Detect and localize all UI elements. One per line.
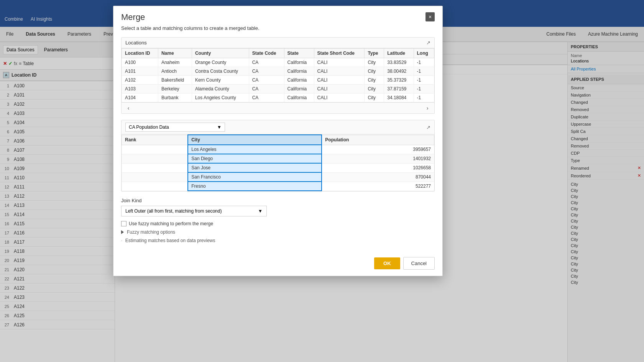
td-state: California [284, 76, 314, 85]
td-name: Bakersfield [158, 76, 192, 85]
second-table-scroll[interactable]: Rank City Population Los Angeles 3959657… [122, 134, 434, 191]
td-short-code: CALI [314, 76, 365, 85]
fuzzy-checkbox-row: Use fuzzy matching to perform the merge [121, 221, 435, 226]
table-row: San Diego 1401932 [122, 154, 434, 163]
second-table-header-row: Rank City Population [122, 135, 434, 145]
td-county: Alameda County [192, 85, 249, 93]
fuzzy-options-row[interactable]: Fuzzy matching options [121, 229, 435, 235]
td-lon: -1 [414, 93, 434, 102]
td-county: Kern County [192, 76, 249, 85]
first-table-next-btn[interactable]: › [424, 104, 431, 112]
th-latitude[interactable]: Latitude [384, 49, 414, 58]
first-table-tbody: A100 Anaheim Orange County CA California… [122, 58, 434, 102]
th-state[interactable]: State [284, 49, 314, 58]
td-type: City [365, 58, 384, 67]
td-lat: 37.87159 [384, 85, 414, 93]
th-population[interactable]: Population [322, 135, 434, 145]
td-lat: 38.00492 [384, 67, 414, 76]
merge-modal: Merge × Select a table and matching colu… [113, 6, 443, 276]
first-data-table: Location ID Name County State Code State… [122, 48, 434, 102]
td-state-code: CA [249, 76, 284, 85]
th-county[interactable]: County [192, 49, 249, 58]
join-kind-value: Left Outer (all from first, matching fro… [125, 208, 222, 214]
td-lat: 33.83529 [384, 58, 414, 67]
first-table-expand-icon[interactable]: ↗ [426, 40, 430, 46]
first-table-scroll[interactable]: Location ID Name County State Code State… [122, 48, 434, 102]
th-type[interactable]: Type [365, 49, 384, 58]
estimating-text: · Estimating matches based on data previ… [121, 238, 435, 243]
modal-overlay: Merge × Select a table and matching colu… [0, 0, 644, 362]
fuzzy-checkbox-icon[interactable] [121, 221, 127, 226]
td-county: Los Angeles County [192, 93, 249, 102]
second-table-section: CA Population Data ▼ ↗ Rank City Populat… [121, 120, 435, 192]
th-state-short-code[interactable]: State Short Code [314, 49, 365, 58]
first-table-header: Locations ↗ [122, 38, 434, 48]
first-table-prev-btn[interactable]: ‹ [125, 104, 132, 112]
join-kind-dropdown[interactable]: Left Outer (all from first, matching fro… [121, 206, 267, 216]
second-table-dropdown-value: CA Population Data [129, 124, 169, 130]
td-name: Antioch [158, 67, 192, 76]
table-row: Fresno 522277 [122, 182, 434, 191]
td-city: Los Angeles [188, 145, 322, 154]
modal-body: Select a table and matching columns to c… [113, 25, 442, 254]
second-table-dropdown-row: CA Population Data ▼ ↗ [122, 120, 434, 134]
dropdown-chevron-icon: ▼ [217, 124, 222, 130]
td-location-id: A104 [122, 93, 158, 102]
td-type: City [365, 76, 384, 85]
th-city[interactable]: City [188, 135, 322, 145]
join-section: Join Kind Left Outer (all from first, ma… [121, 198, 435, 216]
td-name: Burbank [158, 93, 192, 102]
second-table-dropdown[interactable]: CA Population Data ▼ [125, 123, 225, 132]
join-kind-label: Join Kind [121, 198, 435, 203]
table-row: A102 Bakersfield Kern County CA Californ… [122, 76, 434, 85]
modal-close-button[interactable]: × [426, 12, 435, 21]
td-location-id: A100 [122, 58, 158, 67]
table-row: A101 Antioch Contra Costa County CA Cali… [122, 67, 434, 76]
td-city: Fresno [188, 182, 322, 191]
td-location-id: A101 [122, 67, 158, 76]
th-name[interactable]: Name [158, 49, 192, 58]
fuzzy-options-triangle-icon [121, 230, 124, 234]
td-lat: 35.37329 [384, 76, 414, 85]
td-state: California [284, 93, 314, 102]
td-state: California [284, 85, 314, 93]
modal-subtitle: Select a table and matching columns to c… [121, 25, 435, 31]
td-rank [122, 145, 188, 154]
ok-button[interactable]: OK [374, 257, 400, 269]
td-rank [122, 163, 188, 172]
td-rank [122, 172, 188, 182]
td-state-code: CA [249, 93, 284, 102]
td-location-id: A102 [122, 76, 158, 85]
td-population: 522277 [322, 182, 434, 191]
td-city: San Jose [188, 163, 322, 172]
table-row: San Francisco 870044 [122, 172, 434, 182]
th-rank[interactable]: Rank [122, 135, 188, 145]
first-table-nav: ‹ › [122, 102, 434, 113]
td-name: Berkeley [158, 85, 192, 93]
modal-title: Merge [121, 12, 145, 22]
second-table-expand-icon[interactable]: ↗ [426, 124, 430, 130]
th-location-id[interactable]: Location ID [122, 49, 158, 58]
td-type: City [365, 67, 384, 76]
th-longitude[interactable]: Long [414, 49, 434, 58]
td-lat: 34.18084 [384, 93, 414, 102]
td-short-code: CALI [314, 67, 365, 76]
td-location-id: A103 [122, 85, 158, 93]
table-row: A104 Burbank Los Angeles County CA Calif… [122, 93, 434, 102]
td-rank [122, 154, 188, 163]
td-population: 3959657 [322, 145, 434, 154]
td-name: Anaheim [158, 58, 192, 67]
td-state-code: CA [249, 67, 284, 76]
modal-footer: OK Cancel [113, 254, 442, 276]
table-row: A103 Berkeley Alameda County CA Californ… [122, 85, 434, 93]
td-state-code: CA [249, 85, 284, 93]
table-row: San Jose 1026658 [122, 163, 434, 172]
cancel-button[interactable]: Cancel [403, 257, 435, 270]
td-county: Orange County [192, 58, 249, 67]
td-city: San Diego [188, 154, 322, 163]
td-state-code: CA [249, 58, 284, 67]
th-state-code[interactable]: State Code [249, 49, 284, 58]
first-table-header-row: Location ID Name County State Code State… [122, 49, 434, 58]
modal-header: Merge × [113, 6, 442, 25]
td-population: 1401932 [322, 154, 434, 163]
